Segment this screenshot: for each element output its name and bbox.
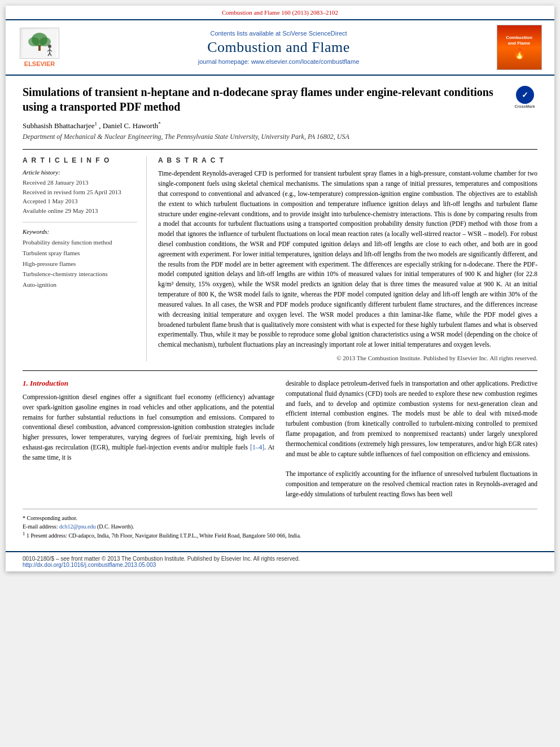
journal-homepage: journal homepage: www.elsevier.com/locat… xyxy=(198,58,360,65)
sciverse-prefix: Contents lists available at xyxy=(210,30,281,37)
bottom-issn: 0010-2180/$ – see front matter © 2013 Th… xyxy=(23,556,537,562)
author1-sup: 1 xyxy=(94,121,97,126)
footnote-area: * Corresponding author. E-mail address: … xyxy=(23,509,537,540)
intro-body-right: desirable to displace petroleum-derived … xyxy=(286,379,537,500)
article-title-text: Simulations of transient n-heptane and n… xyxy=(23,86,493,113)
email-person: (D.C. Haworth). xyxy=(97,523,134,530)
svg-rect-4 xyxy=(38,45,41,51)
keyword-3: High-pressure flames xyxy=(23,259,137,269)
journal-header: ELSEVIER Contents lists available at Sci… xyxy=(6,20,554,76)
journal-cover: Combustionand Flame 🔥 xyxy=(495,25,543,70)
page: Combustion and Flame 160 (2013) 2083–210… xyxy=(6,6,554,571)
article-info-abstract: A R T I C L E I N F O Article history: R… xyxy=(23,149,537,361)
cover-fire-icon: 🔥 xyxy=(513,47,526,60)
article-info-col: A R T I C L E I N F O Article history: R… xyxy=(23,156,147,361)
journal-title: Combustion and Flame xyxy=(207,39,350,56)
main-content: Simulations of transient n-heptane and n… xyxy=(6,76,554,551)
accepted-date: Accepted 1 May 2013 xyxy=(23,196,137,206)
crossmark-icon: ✓ xyxy=(516,86,534,104)
footnote-sup: 1 xyxy=(23,531,25,536)
author2-name: , Daniel C. Haworth xyxy=(99,121,158,130)
present-address-text: CD-adapco, India, 7th Floor, Navigator B… xyxy=(68,532,301,539)
top-bar: Combustion and Flame 160 (2013) 2083–210… xyxy=(6,6,554,20)
history-label: Article history: xyxy=(23,169,137,176)
keywords-section: Keywords: Probability density function m… xyxy=(23,228,137,290)
abstract-text: Time-dependent Reynolds-averaged CFD is … xyxy=(158,169,537,350)
intro-body-left: Compression-ignition diesel engines offe… xyxy=(23,392,274,463)
ref-link-1-4[interactable]: [1–4] xyxy=(250,444,264,451)
footnote-corresponding: * Corresponding author. xyxy=(23,514,537,522)
corresponding-label: * Corresponding author. xyxy=(23,515,77,521)
received-date: Received 28 January 2013 xyxy=(23,178,137,187)
bottom-bar: 0010-2180/$ – see front matter © 2013 Th… xyxy=(6,551,554,571)
doi-link[interactable]: http://dx.doi.org/10.1016/j.combustflame… xyxy=(23,562,156,568)
cover-image-box: Combustionand Flame 🔥 xyxy=(497,25,542,70)
footnote-present-address: 1 1 Present address: CD-adapco, India, 7… xyxy=(23,531,537,540)
svg-point-5 xyxy=(48,45,51,48)
keyword-4: Turbulence-chemistry interactions xyxy=(23,269,137,279)
email-address[interactable]: dch12@psu.edu xyxy=(59,523,95,530)
keywords-label: Keywords: xyxy=(23,228,137,235)
article-history: Article history: Received 28 January 201… xyxy=(23,169,137,215)
present-address-label: 1 Present address: xyxy=(27,532,67,539)
introduction-section: 1. Introduction Compression-ignition die… xyxy=(23,379,537,500)
intro-heading: 1. Introduction xyxy=(23,379,274,388)
abstract-header: A B S T R A C T xyxy=(158,156,537,164)
intro-left-col: 1. Introduction Compression-ignition die… xyxy=(23,379,274,500)
keyword-2: Turbulent spray flames xyxy=(23,248,137,259)
bottom-doi: http://dx.doi.org/10.1016/j.combustflame… xyxy=(23,562,537,568)
revised-date: Received in revised form 25 April 2013 xyxy=(23,187,137,197)
available-date: Available online 29 May 2013 xyxy=(23,206,137,216)
journal-header-center: Contents lists available at SciVerse Sci… xyxy=(68,25,489,70)
elsevier-logo: ELSEVIER xyxy=(17,25,62,70)
article-title-section: Simulations of transient n-heptane and n… xyxy=(23,85,537,114)
affiliation: Department of Mechanical & Nuclear Engin… xyxy=(23,133,537,141)
keyword-5: Auto-ignition xyxy=(23,279,137,290)
footnote-email: E-mail address: dch12@psu.edu (D.C. Hawo… xyxy=(23,522,537,531)
intro-right-col: desirable to displace petroleum-derived … xyxy=(286,379,537,500)
journal-reference: Combustion and Flame 160 (2013) 2083–210… xyxy=(222,9,338,16)
cover-title: Combustionand Flame xyxy=(506,35,532,46)
author1-name: Subhasish Bhattacharjee xyxy=(23,121,94,130)
keyword-1: Probability density function method xyxy=(23,237,137,248)
crossmark-label: CrossMark xyxy=(514,104,535,109)
elsevier-text: ELSEVIER xyxy=(24,60,55,67)
info-divider xyxy=(23,222,137,222)
abstract-col: A B S T R A C T Time-dependent Reynolds-… xyxy=(158,156,537,361)
author2-sup: * xyxy=(158,121,161,126)
crossmark-badge: ✓ CrossMark xyxy=(512,85,537,110)
svg-point-2 xyxy=(28,37,40,46)
authors-line: Subhasish Bhattacharjee1 , Daniel C. Haw… xyxy=(23,121,537,130)
elsevier-logo-box xyxy=(20,28,59,59)
abstract-copyright: © 2013 The Combustion Institute. Publish… xyxy=(158,355,537,361)
sciverse-link-text[interactable]: SciVerse ScienceDirect xyxy=(282,30,347,37)
main-section-divider xyxy=(23,370,537,371)
email-label: E-mail address: xyxy=(23,523,58,530)
sciverse-line: Contents lists available at SciVerse Sci… xyxy=(210,30,347,37)
article-info-header: A R T I C L E I N F O xyxy=(23,156,137,164)
